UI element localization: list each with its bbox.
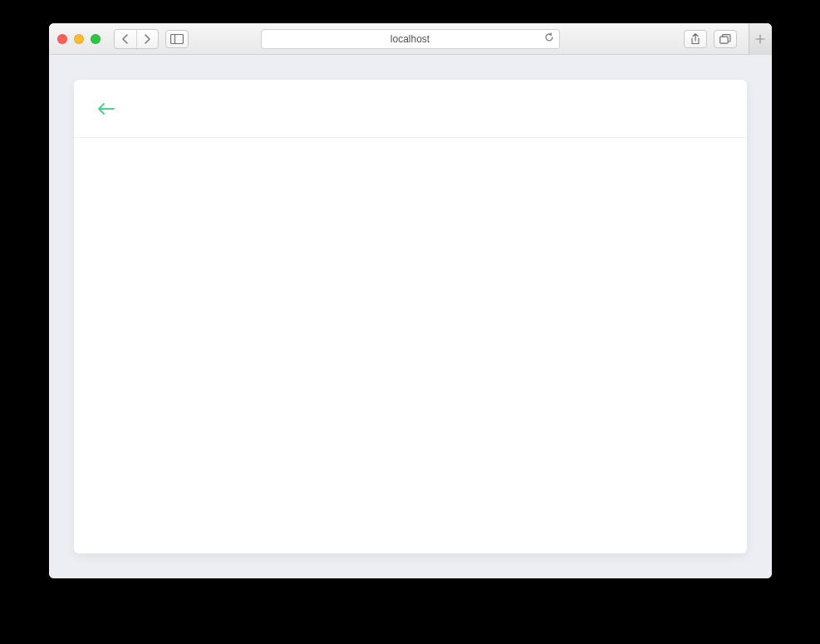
back-button[interactable] [97,102,115,116]
chevron-left-icon [122,34,129,44]
share-icon [690,33,700,45]
window-minimize-button[interactable] [74,34,84,44]
tabs-button[interactable] [714,30,737,48]
reload-button[interactable] [544,32,554,45]
browser-window: localhost [49,23,772,578]
nav-back-button[interactable] [115,30,136,48]
card-header [74,80,747,138]
nav-button-group [114,29,159,49]
sidebar-icon [170,34,184,44]
chevron-right-icon [144,34,150,44]
traffic-lights [57,34,101,44]
svg-rect-0 [170,34,183,43]
title-bar: localhost [49,23,772,55]
card-body [74,138,747,553]
share-button[interactable] [684,30,707,48]
reload-icon [544,32,554,42]
nav-forward-button[interactable] [136,30,158,48]
address-text: localhost [262,33,559,45]
show-sidebar-button[interactable] [165,30,189,48]
window-close-button[interactable] [57,34,67,44]
content-card [74,80,747,553]
new-tab-button[interactable] [749,23,772,55]
address-bar[interactable]: localhost [261,29,560,49]
arrow-left-icon [97,102,115,116]
plus-icon [755,34,765,44]
tabs-icon [719,34,731,44]
right-toolbar [684,30,764,48]
svg-rect-2 [719,37,728,43]
page-viewport [49,55,772,578]
window-maximize-button[interactable] [91,34,101,44]
